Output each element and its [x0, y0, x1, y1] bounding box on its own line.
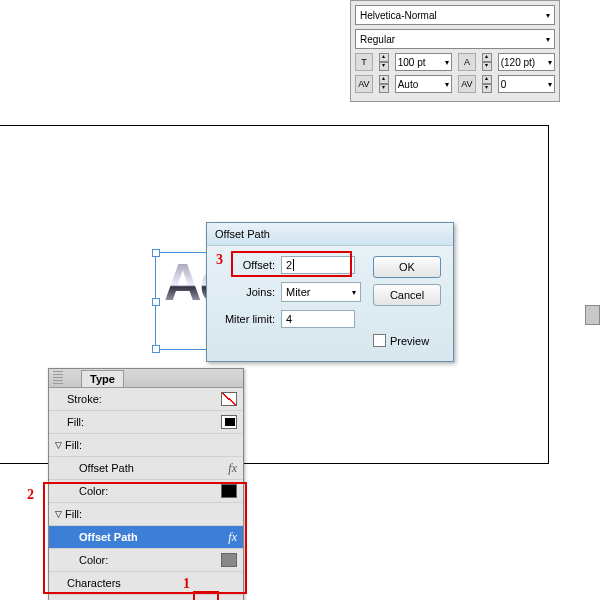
kerning-stepper[interactable]: ▴▾ — [379, 75, 389, 93]
miter-limit-label: Miter limit: — [219, 313, 275, 325]
size-stepper[interactable]: ▴▾ — [379, 53, 389, 71]
font-size-icon: T — [355, 53, 373, 71]
scrollbar-thumb[interactable] — [585, 305, 600, 325]
disclosure-down-icon[interactable]: ▽ — [55, 440, 65, 450]
joins-label: Joins: — [219, 286, 275, 298]
preview-label: Preview — [390, 335, 429, 347]
miter-limit-input[interactable]: 4 — [281, 310, 355, 328]
stroke-swatch-none[interactable] — [221, 392, 237, 406]
ok-button[interactable]: OK — [373, 256, 441, 278]
kerning-icon: AV — [355, 75, 373, 93]
offset-input[interactable]: 2 — [281, 256, 355, 274]
annotation-number-1: 1 — [183, 576, 190, 592]
default-transparency-row[interactable]: Default Transparency — [49, 595, 243, 600]
selection-handle[interactable] — [152, 298, 160, 306]
color-row-2[interactable]: Color: — [49, 549, 243, 572]
annotation-number-3: 3 — [216, 252, 223, 268]
offset-path-row-1[interactable]: Offset Path fx — [49, 457, 243, 480]
disclosure-down-icon[interactable]: ▽ — [55, 509, 65, 519]
font-family-value: Helvetica-Normal — [360, 10, 437, 21]
joins-select[interactable]: Miter ▾ — [281, 282, 361, 302]
fx-icon[interactable]: fx — [228, 461, 237, 476]
cancel-button[interactable]: Cancel — [373, 284, 441, 306]
fill-swatch[interactable] — [221, 415, 237, 429]
characters-row[interactable]: Characters — [49, 572, 243, 595]
tracking-icon: AV — [458, 75, 476, 93]
selection-handle[interactable] — [152, 249, 160, 257]
type-tab[interactable]: Type — [81, 370, 124, 387]
selection-handle[interactable] — [152, 345, 160, 353]
appearance-panel: Type Stroke: Fill: ▽ Fill: Offset Path f… — [48, 368, 244, 600]
tracking-stepper[interactable]: ▴▾ — [482, 75, 492, 93]
chevron-down-icon: ▾ — [352, 288, 356, 297]
tracking-input[interactable]: 0▾ — [498, 75, 555, 93]
offset-path-row-selected[interactable]: Offset Path fx — [49, 526, 243, 549]
fill-group-1[interactable]: ▽ Fill: — [49, 434, 243, 457]
font-size-input[interactable]: 100 pt▾ — [395, 53, 452, 71]
preview-checkbox[interactable] — [373, 334, 386, 347]
leading-stepper[interactable]: ▴▾ — [482, 53, 492, 71]
color-swatch-gray[interactable] — [221, 553, 237, 567]
stroke-row[interactable]: Stroke: — [49, 388, 243, 411]
kerning-input[interactable]: Auto▾ — [395, 75, 452, 93]
dialog-title: Offset Path — [207, 223, 453, 246]
fill-row[interactable]: Fill: — [49, 411, 243, 434]
panel-grip-icon[interactable] — [53, 371, 63, 385]
fill-group-2[interactable]: ▽ Fill: — [49, 503, 243, 526]
annotation-number-2: 2 — [27, 487, 34, 503]
font-style-select[interactable]: Regular ▾ — [355, 29, 555, 49]
leading-input[interactable]: (120 pt)▾ — [498, 53, 555, 71]
color-swatch-black[interactable] — [221, 484, 237, 498]
leading-icon: A — [458, 53, 476, 71]
character-panel: Helvetica-Normal ▾ Regular ▾ T ▴▾ 100 pt… — [350, 0, 560, 102]
offset-path-dialog: Offset Path Offset: 2 Joins: Miter ▾ Mit… — [206, 222, 454, 362]
chevron-down-icon: ▾ — [546, 11, 550, 20]
appearance-tabbar: Type — [49, 369, 243, 388]
color-row-1[interactable]: Color: — [49, 480, 243, 503]
font-style-value: Regular — [360, 34, 395, 45]
chevron-down-icon: ▾ — [546, 35, 550, 44]
fx-icon[interactable]: fx — [228, 530, 237, 545]
offset-label: Offset: — [219, 259, 275, 271]
font-family-select[interactable]: Helvetica-Normal ▾ — [355, 5, 555, 25]
